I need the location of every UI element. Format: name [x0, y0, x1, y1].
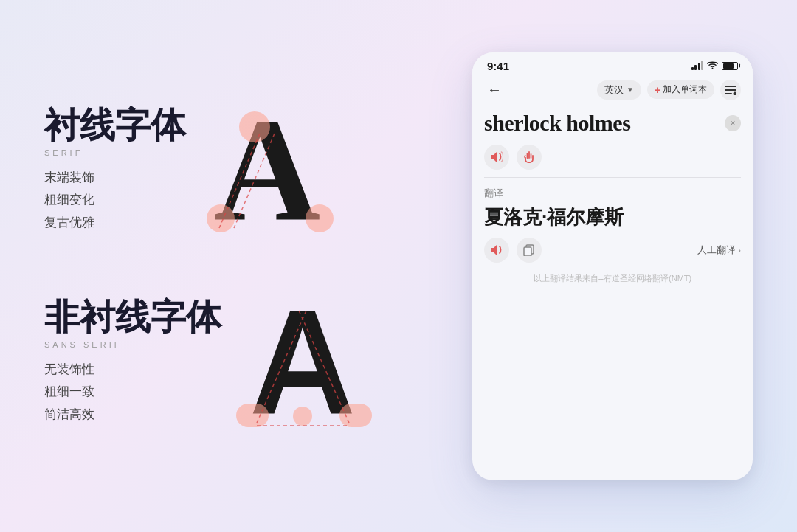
human-translate-label: 人工翻译	[697, 243, 736, 257]
translation-icon-group	[484, 238, 542, 263]
svg-point-8	[734, 91, 737, 95]
signal-bar-4	[701, 61, 703, 70]
clear-search-button[interactable]: ×	[725, 115, 741, 131]
add-plus-icon: +	[655, 84, 660, 96]
svg-rect-10	[524, 247, 531, 256]
sans-section-row: 非衬线字体 SANS SERIF 无装饰性 粗细一致 简洁高效 A	[44, 281, 472, 443]
serif-letter-display: A	[193, 89, 341, 252]
sans-feature-1: 无装饰性	[44, 359, 221, 381]
add-vocab-button[interactable]: + 加入单词本	[647, 80, 714, 99]
hand-icon	[522, 151, 536, 164]
copy-icon	[523, 244, 535, 256]
human-translate-button[interactable]: 人工翻译 ›	[697, 243, 741, 257]
menu-icon	[725, 85, 736, 95]
serif-annotation-top	[239, 111, 270, 142]
signal-bar-2	[694, 65, 697, 70]
serif-feature-1: 末端装饰	[44, 167, 186, 189]
serif-annotation-bottom-left	[207, 204, 235, 232]
sans-subtitle: SANS SERIF	[44, 340, 221, 349]
sans-title: 非衬线字体	[44, 298, 221, 337]
svg-rect-5	[725, 86, 736, 87]
sans-features: 无装饰性 粗细一致 简洁高效	[44, 359, 221, 426]
sans-annotation-bottom-right	[339, 404, 372, 427]
sans-feature-3: 简洁高效	[44, 404, 221, 426]
language-chevron-icon: ▼	[627, 86, 634, 94]
search-action-icons	[472, 140, 753, 177]
signal-icon	[691, 62, 704, 70]
signal-bar-3	[698, 63, 700, 70]
serif-section: 衬线字体 SERIF 末端装饰 粗细变化 复古优雅	[44, 106, 186, 234]
svg-rect-6	[725, 89, 736, 91]
signal-bar-1	[691, 67, 694, 70]
search-area: sherlock holmes ×	[472, 105, 753, 140]
copy-button[interactable]	[517, 238, 542, 263]
serif-title: 衬线字体	[44, 106, 186, 145]
status-icons	[691, 61, 739, 72]
sans-feature-2: 粗细一致	[44, 381, 221, 403]
battery-fill	[723, 63, 734, 69]
serif-subtitle: SERIF	[44, 148, 186, 157]
serif-annotation-bottom-right	[306, 204, 334, 232]
serif-feature-3: 复古优雅	[44, 213, 186, 234]
status-time: 9:41	[487, 60, 509, 72]
language-selector[interactable]: 英汉 ▼	[597, 80, 641, 100]
back-button[interactable]: ←	[484, 80, 505, 100]
serif-features: 末端装饰 粗细变化 复古优雅	[44, 167, 186, 235]
translation-text: 夏洛克·福尔摩斯	[484, 204, 741, 230]
menu-icon-button[interactable]	[720, 80, 741, 100]
translation-attribution: 以上翻译结果来自--有道圣经网络翻译(NMT)	[472, 269, 753, 293]
translation-section: 翻译 夏洛克·福尔摩斯	[472, 178, 753, 269]
main-container: 衬线字体 SERIF 末端装饰 粗细变化 复古优雅 A	[44, 38, 753, 495]
language-text: 英汉	[604, 83, 624, 97]
add-vocab-label: 加入单词本	[663, 83, 707, 96]
serif-feature-2: 粗细变化	[44, 190, 186, 211]
serif-section-row: 衬线字体 SERIF 末端装饰 粗细变化 复古优雅 A	[44, 89, 472, 252]
sans-annotation-bottom-left	[236, 404, 269, 427]
sound-icon	[490, 151, 503, 163]
pronounce-button[interactable]	[484, 145, 509, 170]
translation-actions: 人工翻译 ›	[484, 238, 741, 263]
left-panel: 衬线字体 SERIF 末端装饰 粗细变化 复古优雅 A	[44, 89, 472, 443]
clear-icon: ×	[730, 118, 735, 128]
sans-letter-display: A	[229, 281, 376, 443]
translation-label: 翻译	[484, 187, 741, 200]
svg-rect-7	[725, 93, 732, 94]
gesture-button[interactable]	[517, 145, 542, 170]
human-translate-chevron-icon: ›	[738, 246, 741, 255]
translation-sound-icon	[490, 244, 503, 256]
translation-sound-button[interactable]	[484, 238, 509, 263]
battery-icon	[722, 62, 738, 70]
phone-mockup: 9:41	[472, 52, 753, 480]
nav-bar: ← 英汉 ▼ + 加入单词本	[472, 75, 753, 105]
sans-section: 非衬线字体 SANS SERIF 无装饰性 粗细一致 简洁高效	[44, 298, 221, 426]
search-query[interactable]: sherlock holmes	[484, 111, 630, 136]
sans-annotation-bottom-center	[293, 407, 312, 426]
wifi-icon	[707, 61, 718, 72]
status-bar: 9:41	[472, 52, 753, 75]
